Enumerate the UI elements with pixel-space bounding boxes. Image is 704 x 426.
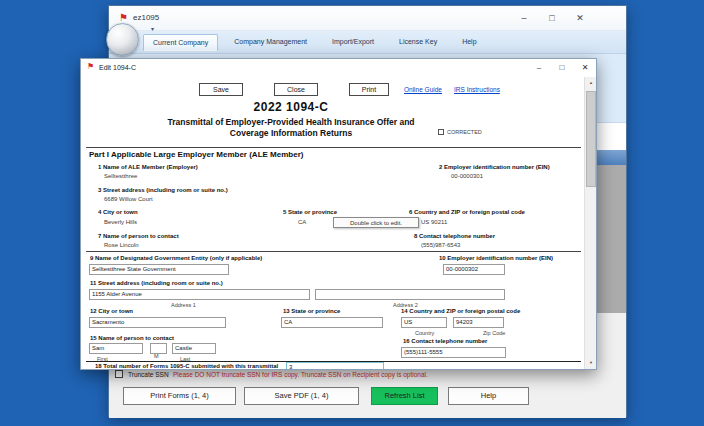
form-title: 2022 1094-C — [81, 100, 501, 114]
refresh-list-button[interactable]: Refresh List — [371, 387, 438, 405]
edit-1094c-dialog: ⚑ Edit 1094-C – □ ✕ Save Close Print Onl… — [80, 58, 597, 370]
country-sublabel: Country — [415, 330, 434, 336]
field4-value[interactable]: Beverly Hills — [104, 219, 137, 225]
field8-label: 8 Contact telephone number — [414, 233, 495, 239]
irs-instructions-link[interactable]: IRS Instructions — [454, 86, 500, 93]
main-titlebar[interactable]: ⚑ ez1095 – □ ✕ — [109, 6, 626, 31]
divider — [86, 147, 581, 148]
field4-label: 4 City or town — [98, 209, 138, 215]
field1-value[interactable]: Selltestthree — [104, 173, 137, 179]
ribbon-tab-row: ▾ Current Company Company Management Imp… — [109, 31, 626, 54]
scrollbar-thumb[interactable] — [586, 91, 596, 187]
field12-label: 12 City or town — [90, 308, 133, 314]
field3-value[interactable]: 6689 Willow Court — [104, 196, 153, 202]
zipcode-sublabel: Zip Code — [483, 330, 505, 336]
field9-input[interactable]: Selltestthree State Government — [89, 264, 229, 275]
save-pdf-button[interactable]: Save PDF (1, 4) — [244, 387, 359, 405]
middle-sublabel: M — [154, 353, 159, 359]
field15-label: 15 Name of person to contact — [90, 335, 174, 341]
address1-sublabel: Address 1 — [171, 302, 196, 308]
maximize-icon[interactable]: □ — [539, 10, 565, 27]
dialog-title: Edit 1094-C — [99, 64, 136, 71]
tab-license-key[interactable]: License Key — [390, 34, 446, 51]
field16-label: 16 Contact telephone number — [403, 338, 487, 344]
field6-label: 6 Country and ZIP or foreign postal code — [409, 209, 525, 215]
close-icon[interactable]: ✕ — [567, 10, 593, 27]
field5-value[interactable]: CA — [298, 219, 306, 225]
desktop: ⚑ ez1095 – □ ✕ ▾ Current Company Company… — [0, 0, 704, 426]
dialog-minimize-icon[interactable]: – — [531, 62, 547, 74]
dialog-titlebar[interactable]: ⚑ Edit 1094-C – □ ✕ — [81, 59, 596, 77]
form-subtitle-line1: Transmittal of Employer-Provided Health … — [81, 117, 501, 127]
scroll-up-icon[interactable]: ▲ — [585, 77, 597, 89]
field6-value[interactable]: US 90211 — [421, 219, 447, 225]
tab-current-company[interactable]: Current Company — [143, 34, 218, 51]
field7-label: 7 Name of person to contact — [98, 233, 179, 239]
field13-input[interactable]: CA — [281, 317, 383, 328]
scroll-down-icon[interactable]: ▼ — [585, 357, 597, 369]
field1-label: 1 Name of ALE Member (Employer) — [98, 164, 198, 170]
online-guide-link[interactable]: Online Guide — [404, 86, 442, 93]
tab-import-export[interactable]: Import/Export — [323, 34, 383, 51]
field18-input[interactable]: 3 — [286, 362, 384, 370]
truncate-ssn-checkbox[interactable] — [115, 370, 123, 378]
field14-country-input[interactable]: US — [401, 317, 447, 328]
field5-label: 5 State or province — [283, 209, 337, 215]
field2-value[interactable]: 00-0000301 — [451, 173, 483, 179]
field3-label: 3 Street address (including room or suit… — [98, 187, 228, 193]
print-button[interactable]: Print — [349, 83, 389, 96]
field18-label: 18 Total number of Forms 1095-C submitte… — [95, 363, 278, 369]
help-button[interactable]: Help — [448, 387, 529, 405]
corrected-checkbox[interactable] — [438, 129, 444, 135]
field10-label: 10 Employer identification number (EIN) — [439, 255, 553, 261]
field11-address2-input[interactable] — [315, 289, 505, 300]
field8-value[interactable]: (555)987-6543 — [421, 242, 460, 248]
field14-zip-input[interactable]: 94203 — [453, 317, 504, 328]
divider — [86, 251, 581, 252]
corrected-label: CORRECTED — [447, 129, 482, 135]
field9-label: 9 Name of Designated Government Entity (… — [90, 255, 262, 261]
field11-address1-input[interactable]: 1155 Alder Avenue — [89, 289, 310, 300]
part1-heading: Part I Applicable Large Employer Member … — [89, 150, 303, 159]
field15-first-input[interactable]: Sam — [89, 343, 143, 354]
field13-label: 13 State or province — [283, 308, 340, 314]
field16-input[interactable]: (555)111-5555 — [401, 347, 506, 358]
close-button[interactable]: Close — [274, 83, 318, 96]
truncate-ssn-label: Truncate SSN — [128, 371, 169, 378]
field2-label: 2 Employer identification number (EIN) — [439, 164, 550, 170]
field11-label: 11 Street address (including room or sui… — [90, 280, 223, 286]
main-window-title: ez1095 — [133, 13, 159, 22]
tab-company-management[interactable]: Company Management — [225, 34, 316, 51]
dialog-flag-icon: ⚑ — [87, 63, 94, 71]
dialog-scrollbar[interactable]: ▲ ▼ — [584, 77, 596, 369]
minimize-icon[interactable]: – — [511, 10, 537, 27]
dialog-close-icon[interactable]: ✕ — [577, 62, 593, 74]
field10-input[interactable]: 00-0000302 — [443, 264, 505, 275]
dialog-maximize-icon[interactable]: □ — [554, 62, 570, 74]
edit-tooltip: Double click to edit. — [333, 217, 419, 228]
quick-access-arrow-icon[interactable]: ▾ — [151, 25, 154, 32]
print-forms-button[interactable]: Print Forms (1, 4) — [123, 387, 236, 405]
field14-label: 14 Country and ZIP or foreign postal cod… — [401, 308, 520, 314]
application-orb-button[interactable] — [106, 23, 139, 56]
field7-value[interactable]: Rose Lincoln — [104, 242, 139, 248]
app-flag-icon: ⚑ — [119, 13, 128, 23]
truncate-warning-text: Please DO NOT truncate SSN for IRS copy.… — [173, 371, 428, 378]
field15-last-input[interactable]: Castle — [172, 343, 216, 354]
tab-help[interactable]: Help — [453, 34, 485, 51]
field12-input[interactable]: Sacramento — [89, 317, 226, 328]
save-button[interactable]: Save — [199, 83, 243, 96]
